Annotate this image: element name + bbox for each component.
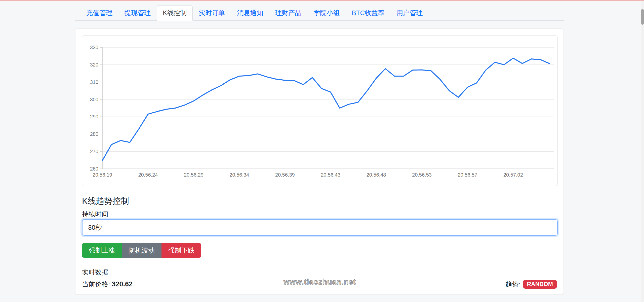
duration-label: 持续时间 [82, 210, 108, 219]
svg-text:20:56:48: 20:56:48 [367, 172, 386, 178]
trend-button-group: 强制上涨 随机波动 强制下跌 [82, 243, 201, 258]
tab-wealth-products[interactable]: 理财产品 [269, 5, 307, 21]
svg-text:280: 280 [90, 131, 98, 137]
svg-text:20:56:53: 20:56:53 [412, 172, 432, 178]
trend-status-row: 趋势: RANDOM [505, 280, 557, 289]
random-fluctuate-button[interactable]: 随机波动 [122, 243, 162, 258]
kline-control-panel: 33032031030029028027026020:56:1920:56:24… [75, 28, 564, 295]
scrollbar-thumb[interactable] [641, 9, 644, 25]
svg-text:20:56:43: 20:56:43 [321, 172, 340, 178]
svg-text:310: 310 [90, 79, 98, 85]
price-line-chart: 33032031030029028027026020:56:1920:56:24… [82, 35, 558, 186]
tab-message-notifications[interactable]: 消息通知 [231, 5, 269, 21]
svg-text:20:56:24: 20:56:24 [138, 172, 158, 178]
svg-text:290: 290 [90, 114, 98, 119]
svg-text:20:57:02: 20:57:02 [503, 172, 523, 178]
tab-kline-control[interactable]: K线控制 [157, 5, 193, 21]
svg-text:270: 270 [90, 149, 98, 154]
svg-text:20:56:39: 20:56:39 [275, 172, 295, 178]
realtime-data-title: 实时数据 [82, 268, 108, 277]
tab-withdraw-management[interactable]: 提现管理 [118, 5, 157, 21]
svg-text:20:56:57: 20:56:57 [458, 172, 477, 178]
force-fall-button[interactable]: 强制下跌 [162, 243, 201, 258]
svg-text:20:56:29: 20:56:29 [184, 172, 204, 178]
duration-input[interactable] [82, 219, 558, 236]
admin-tab-bar: 充值管理 提现管理 K线控制 实时订单 消息通知 理财产品 学院小组 BTC收益… [75, 5, 564, 21]
svg-text:260: 260 [90, 166, 98, 172]
svg-text:20:56:34: 20:56:34 [229, 172, 249, 178]
force-rise-button[interactable]: 强制上涨 [82, 243, 122, 258]
page-load-progress-bar [0, 0, 644, 1]
svg-text:320: 320 [90, 62, 98, 68]
panel-title: K线趋势控制 [82, 195, 129, 207]
svg-text:20:56:19: 20:56:19 [93, 172, 112, 178]
tab-recharge-management[interactable]: 充值管理 [80, 5, 118, 21]
trend-label: 趋势: [505, 280, 520, 289]
tab-academy-groups[interactable]: 学院小组 [307, 5, 346, 21]
svg-text:330: 330 [90, 45, 98, 50]
tab-user-management[interactable]: 用户管理 [390, 5, 429, 21]
trend-status-badge: RANDOM [523, 280, 557, 289]
tab-realtime-orders[interactable]: 实时订单 [193, 5, 231, 21]
tab-btc-yield[interactable]: BTC收益率 [346, 5, 390, 21]
chart-canvas: 33032031030029028027026020:56:1920:56:24… [82, 36, 557, 186]
svg-text:300: 300 [90, 97, 98, 102]
site-watermark: www.tiaozhuan.net [75, 278, 564, 286]
vertical-scrollbar[interactable] [641, 1, 644, 302]
